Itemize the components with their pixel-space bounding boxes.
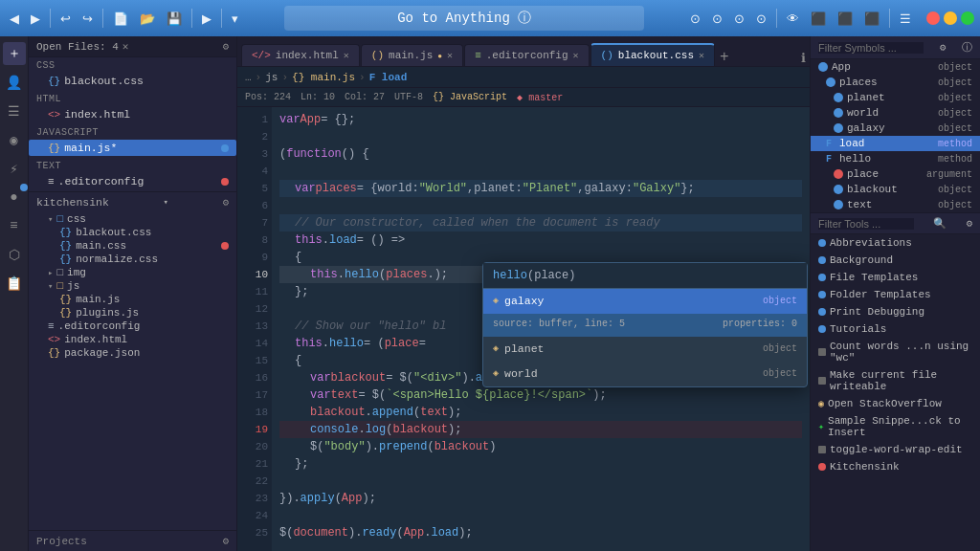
tool-make-writable[interactable]: Make current file writeable [811, 366, 980, 395]
tree-blackout-css[interactable]: {} blackout.css [29, 226, 236, 239]
symbol-hello[interactable]: F hello method [811, 151, 980, 166]
view-btn-1[interactable]: ⊙ [686, 10, 704, 28]
symbol-galaxy[interactable]: galaxy object [811, 121, 980, 136]
tree-editorconfig[interactable]: ≡ .editorconfig [29, 320, 236, 333]
activity-user[interactable]: 👤 [3, 71, 26, 94]
layout-btn-3[interactable]: ⬛ [860, 10, 883, 28]
tool-print-debugging[interactable]: Print Debugging [811, 303, 980, 320]
tool-sample-snippet[interactable]: ✦ Sample Snippe...ck to Insert [811, 412, 980, 441]
tool-abbreviations[interactable]: Abbreviations [811, 234, 980, 252]
open-files-gear[interactable]: ⚙ [222, 40, 229, 53]
tree-normalize-css[interactable]: {} normalize.css [29, 253, 236, 266]
tab-editorconfig[interactable]: ≡ .editorconfig ✕ [464, 44, 589, 66]
symbol-planet[interactable]: planet object [811, 90, 980, 105]
layout-btn-1[interactable]: ⬛ [807, 10, 830, 28]
tools-gear[interactable]: ⚙ [966, 217, 972, 230]
preview-button[interactable]: 👁 [783, 10, 803, 28]
tool-background[interactable]: Background [811, 252, 980, 269]
file-item-main-js[interactable]: {} main.js* [29, 140, 236, 156]
symbols-gear[interactable]: ⚙ [940, 41, 947, 54]
tree-img-folder[interactable]: ▸ □ img [29, 266, 236, 279]
tree-main-css[interactable]: {} main.css [29, 239, 236, 253]
activity-new[interactable]: ＋ [3, 42, 26, 65]
panel-info-icon[interactable]: ℹ [801, 51, 806, 66]
layout-btn-2[interactable]: ⬛ [834, 10, 857, 28]
symbol-places[interactable]: places object [811, 75, 980, 90]
activity-lightning[interactable]: ⚡ [3, 157, 26, 180]
symbol-load[interactable]: F load method [811, 136, 980, 151]
breadcrumb-js[interactable]: js [265, 72, 278, 83]
activity-clipboard[interactable]: 📋 [3, 272, 26, 295]
activity-hex[interactable]: ⬡ [3, 243, 26, 266]
view-btn-3[interactable]: ⊙ [730, 10, 748, 28]
file-item-blackout-css[interactable]: {} blackout.css [29, 73, 236, 89]
filter-symbols-input[interactable] [818, 42, 924, 54]
symbol-place[interactable]: place argument [811, 166, 980, 182]
tree-plugins-js[interactable]: {} plugins.js [29, 306, 236, 320]
more-button[interactable]: ▾ [228, 10, 242, 28]
activity-list[interactable]: ☰ [3, 99, 26, 122]
open-button[interactable]: 📂 [136, 10, 159, 28]
activity-dot[interactable]: ● [3, 186, 26, 209]
symbol-blackout[interactable]: blackout object [811, 182, 980, 197]
tab-add-button[interactable]: + [716, 49, 733, 66]
open-files-close[interactable]: ✕ [122, 40, 129, 53]
view-btn-2[interactable]: ⊙ [708, 10, 726, 28]
menu-button[interactable]: ☰ [896, 10, 915, 28]
tab-main-js[interactable]: () main.js ● ✕ [361, 44, 463, 66]
tree-js-folder[interactable]: ▾ □ js [29, 279, 236, 293]
tool-toggle-wrap[interactable]: toggle-word-wrap-edit [811, 441, 980, 458]
code-line-4 [279, 163, 802, 180]
tab-close-blackout-css[interactable]: ✕ [699, 50, 704, 61]
new-file-button[interactable]: 📄 [109, 10, 132, 28]
undo-button[interactable]: ↩ [56, 10, 75, 28]
minimize-light[interactable] [944, 11, 957, 25]
activity-menu[interactable]: ≡ [3, 214, 26, 237]
back-button[interactable]: ◀ [6, 10, 23, 28]
tab-close-index-html[interactable]: ✕ [344, 50, 349, 61]
breadcrumb-main-js[interactable]: {} main.js [292, 72, 355, 83]
goto-bar[interactable]: Go to Anything ⓘ [284, 6, 644, 31]
symbols-info[interactable]: ⓘ [962, 40, 972, 55]
tab-close-main-js[interactable]: ✕ [447, 50, 453, 61]
project-gear[interactable]: ⚙ [222, 196, 229, 209]
tab-close-editorconfig[interactable]: ✕ [573, 50, 579, 61]
status-syntax[interactable]: {} JavaScript [433, 92, 507, 102]
redo-button[interactable]: ↪ [78, 10, 97, 28]
file-item-index-html[interactable]: <> index.html [29, 106, 236, 122]
symbol-text[interactable]: text object [811, 197, 980, 212]
status-encoding[interactable]: UTF-8 [394, 92, 423, 102]
ac-item-galaxy[interactable]: ◈ galaxy object [483, 289, 807, 314]
filter-tools-input[interactable] [818, 218, 914, 230]
file-item-editorconfig[interactable]: ≡ .editorconfig [29, 173, 236, 189]
ac-item-planet[interactable]: ◈ planet object [483, 337, 807, 362]
tab-blackout-css[interactable]: () blackout.css ✕ [590, 43, 715, 66]
projects-gear[interactable]: ⚙ [222, 535, 229, 547]
symbol-world[interactable]: world object [811, 105, 980, 121]
status-branch[interactable]: ◆ master [517, 92, 563, 103]
breadcrumb-load[interactable]: F load [369, 72, 408, 83]
tree-index-html[interactable]: <> index.html [29, 333, 236, 346]
tree-main-js[interactable]: {} main.js [29, 293, 236, 306]
forward-button[interactable]: ▶ [27, 10, 44, 28]
run-button[interactable]: ▶ [198, 10, 215, 28]
ac-item-world[interactable]: ◈ world object [483, 362, 807, 386]
project-header[interactable]: kitchensink ▾ ⚙ [29, 191, 236, 212]
activity-search[interactable]: ◉ [3, 128, 26, 151]
close-light[interactable] [926, 11, 940, 25]
tree-package-json[interactable]: {} package.json [29, 346, 236, 360]
tool-kitchensink[interactable]: Kitchensink [811, 458, 980, 475]
tool-file-templates[interactable]: File Templates [811, 269, 980, 286]
tab-index-html[interactable]: </> index.html ✕ [241, 44, 360, 66]
symbol-app[interactable]: App object [811, 59, 980, 75]
tool-stackoverflow[interactable]: ◉ Open StackOverflow [811, 395, 980, 412]
tree-css-folder[interactable]: ▾ □ css [29, 212, 236, 226]
maximize-light[interactable] [961, 11, 974, 25]
tool-count-words[interactable]: Count words ...n using "wc" [811, 338, 980, 366]
view-btn-4[interactable]: ⊙ [752, 10, 770, 28]
tool-folder-templates[interactable]: Folder Templates [811, 286, 980, 303]
tool-tutorials[interactable]: Tutorials [811, 320, 980, 338]
tools-search[interactable]: 🔍 [933, 217, 947, 230]
save-button[interactable]: 💾 [163, 10, 186, 28]
code-area[interactable]: var App = {}; (function() { ⚡var places … [272, 107, 810, 551]
